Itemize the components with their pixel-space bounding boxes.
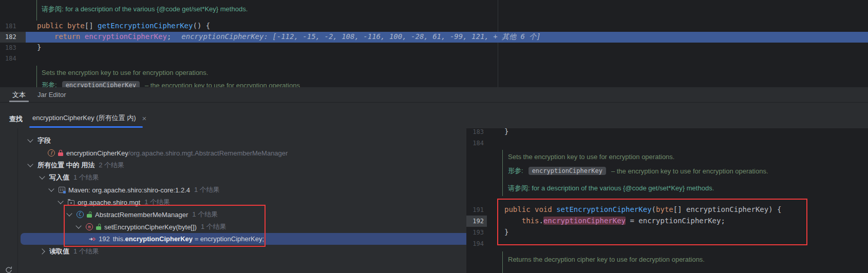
tree-row[interactable]: CAbstractRememberMeManager1 个结果 [20, 208, 466, 221]
line-number: 181 [5, 23, 16, 30]
usages-tree[interactable]: 字段fencryptionCipherKey /org.apache.shiro… [20, 128, 466, 273]
javadoc-param-label: 形参: [42, 81, 57, 87]
close-icon[interactable]: × [142, 114, 147, 122]
tree-row[interactable]: 字段 [20, 134, 466, 147]
tree-row-label: 读取值 [49, 247, 69, 256]
active-tab-underline [29, 126, 143, 128]
lock-open-icon [96, 224, 101, 230]
method-icon: m [86, 223, 93, 230]
lock-icon [58, 150, 63, 157]
chevron-down-icon[interactable] [66, 210, 72, 216]
javadoc-see-text: for a description of the various {@code … [64, 5, 248, 13]
tree-row-label: encryptionCipherKey [66, 149, 128, 157]
code-text: } [37, 43, 41, 51]
chevron-down-icon[interactable] [48, 186, 54, 191]
tree-row-label: Maven: org.apache.shiro:shiro-core:1.2.4 [68, 186, 190, 194]
javadoc-param-text: – the encryption key to use for encrypti… [145, 82, 300, 88]
usage-line-number: 192 [99, 235, 110, 243]
tree-row[interactable]: fencryptionCipherKey /org.apache.shiro.m… [20, 147, 466, 159]
code-text: this.encryptionCipherKey = encryptionCip… [504, 217, 725, 225]
usage-preview-editor[interactable]: 183 } 184 Sets the encryption key to use… [466, 128, 868, 273]
javadoc-param-text: – the encryption key to use for encrypti… [611, 167, 768, 175]
ide-window: 请参阅: for a description of the various {@… [0, 0, 868, 273]
code-text: } [504, 228, 508, 236]
tree-row-label: 所有位置 中的 用法 [37, 161, 95, 170]
line-number: 183 [5, 44, 16, 51]
usage-text: = encryptionCipherKey; [193, 235, 264, 243]
find-toolwindow-header: 查找 encryptionCipherKey (所有位置 内) × [0, 103, 868, 128]
line-number: 183 [466, 128, 484, 135]
line-number: 182 [5, 33, 16, 41]
field-icon: f [48, 149, 55, 157]
javadoc-see-block: 请参阅: for a description of the various {@… [36, 0, 248, 21]
chevron-down-icon[interactable] [27, 136, 33, 142]
code-text: public void setEncryptionCipherKey(byte[… [504, 205, 781, 213]
result-count: 1 个结果 [192, 210, 218, 219]
javadoc-summary: Sets the encryption key to use for encry… [508, 153, 674, 161]
chevron-down-icon[interactable] [27, 161, 33, 167]
tab-text[interactable]: 文本 [10, 87, 28, 102]
code-line-183[interactable]: 183 } [0, 43, 868, 53]
javadoc-returns-text: Returns the decryption cipher key to use… [508, 256, 705, 263]
javadoc-param-chip: encryptionCipherKey [529, 167, 606, 175]
find-result-tab-label: encryptionCipherKey (所有位置 内) [32, 113, 136, 123]
chevron-down-icon[interactable] [76, 223, 81, 228]
chevron-down-icon[interactable] [39, 173, 45, 179]
line-number: 191 [466, 206, 484, 213]
chevron-down-icon[interactable] [58, 198, 63, 204]
javadoc-getter-block: Returns the decryption cipher key to use… [502, 251, 842, 273]
result-count: 1 个结果 [73, 247, 99, 256]
tree-row-label: 写入值 [49, 173, 69, 182]
tab-jar-editor-label: Jar Editor [37, 91, 66, 99]
lock-open-icon [87, 211, 92, 218]
editor-top-pane[interactable]: 请参阅: for a description of the various {@… [0, 0, 868, 87]
code-line-194[interactable]: 194 [466, 238, 868, 249]
code-line-181[interactable]: 181 public byte[] getEncryptionCipherKey… [0, 21, 868, 32]
javadoc-param-label: 形参: [508, 166, 523, 176]
line-number: 184 [5, 55, 16, 62]
tree-row[interactable]: Maven: org.apache.shiro:shiro-core:1.2.4… [20, 184, 466, 196]
code-line-182-highlighted[interactable]: 182 return encryptionCipherKey;encryptio… [0, 32, 868, 43]
javadoc-setter-block: Sets the encryption key to use for encry… [36, 66, 510, 87]
usage-match-text: encryptionCipherKey [125, 235, 193, 243]
tab-jar-editor[interactable]: Jar Editor [35, 87, 68, 102]
tree-row-qualifier: /org.apache.shiro.mgt.AbstractRememberMe… [128, 149, 288, 157]
result-count: 1 个结果 [144, 198, 170, 207]
find-result-tab[interactable]: encryptionCipherKey (所有位置 内) × [32, 113, 146, 123]
javadoc-param-row: 形参: encryptionCipherKey – the encryption… [508, 166, 768, 176]
result-count: 2 个结果 [99, 161, 124, 170]
code-line-184[interactable]: 184 [0, 53, 868, 64]
tree-row[interactable]: org.apache.shiro.mgt1 个结果 [20, 196, 466, 208]
code-line-192-current[interactable]: 192 this.encryptionCipherKey = encryptio… [466, 216, 868, 227]
result-count: 1 个结果 [194, 185, 220, 194]
tree-row[interactable]: 写入值1 个结果 [20, 171, 466, 184]
javadoc-param-chip: encryptionCipherKey [62, 81, 140, 87]
debugger-inline-hint: encryptionCipherKey: [-112, -15, -2, 108… [181, 32, 540, 41]
tree-row[interactable]: 所有位置 中的 用法2 个结果 [20, 159, 466, 171]
package-icon [68, 199, 74, 205]
find-toolbar: i [0, 128, 18, 273]
tree-row-label: org.apache.shiro.mgt [78, 199, 140, 206]
code-line-193[interactable]: 193 } [466, 227, 868, 238]
chevron-right-icon[interactable] [39, 248, 45, 254]
javadoc-see-label: 请参阅: [42, 5, 64, 13]
code-line-191[interactable]: 191 public void setEncryptionCipherKey(b… [466, 204, 868, 216]
javadoc-see-row: 请参阅: for a description of the various {@… [508, 184, 714, 193]
editor-tab-bar: 文本 Jar Editor [0, 87, 868, 103]
tree-row-label: AbstractRememberMeManager [95, 211, 188, 219]
code-text: public byte[] getEncryptionCipherKey() { [37, 22, 210, 30]
usage-result-row[interactable]: 192this.encryptionCipherKey = encryption… [21, 233, 532, 245]
rerun-icon[interactable] [5, 266, 13, 273]
line-number: 193 [466, 229, 484, 236]
class-icon: C [77, 211, 84, 218]
code-line-184[interactable]: 184 [466, 138, 868, 149]
tree-row-label: setEncryptionCipherKey(byte[]) [104, 223, 197, 231]
tree-row[interactable]: msetEncryptionCipherKey(byte[])1 个结果 [20, 221, 466, 233]
code-text: } [504, 127, 508, 135]
line-number: 192 [466, 218, 484, 225]
javadoc-param-row: 形参: encryptionCipherKey – the encryption… [42, 81, 510, 87]
line-number: 184 [466, 140, 484, 147]
tree-row[interactable]: 读取值1 个结果 [20, 245, 466, 258]
javadoc-summary: Sets the encryption key to use for encry… [42, 69, 510, 76]
result-count: 1 个结果 [201, 222, 227, 231]
